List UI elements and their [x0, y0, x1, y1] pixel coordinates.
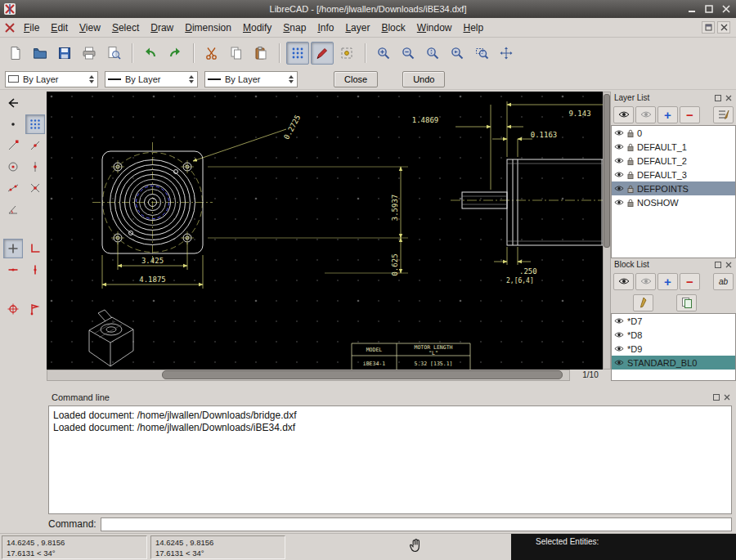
add-layer-button[interactable]: +	[657, 106, 678, 123]
zoom-previous-button[interactable]	[446, 42, 469, 65]
layer-row[interactable]: DEFAULT_1	[612, 140, 735, 154]
rename-block-button[interactable]: ab	[713, 273, 734, 290]
print-button[interactable]	[78, 42, 101, 65]
cut-button[interactable]	[200, 42, 223, 65]
block-visible-icon[interactable]	[614, 317, 624, 325]
menu-select[interactable]: Select	[106, 19, 145, 37]
menu-window[interactable]: Window	[411, 19, 458, 37]
line-type-combo[interactable]: By Layer	[204, 71, 298, 87]
block-row[interactable]: *D9	[612, 342, 735, 356]
snap-distance-button[interactable]	[3, 178, 23, 198]
pan-button[interactable]	[495, 42, 518, 65]
restrict-nothing-button[interactable]	[3, 239, 23, 258]
dock-float-icon[interactable]	[702, 21, 715, 34]
paste-button[interactable]	[249, 42, 272, 65]
show-all-blocks-button[interactable]	[613, 273, 634, 290]
back-button[interactable]	[3, 93, 23, 113]
close-panel-icon[interactable]	[725, 261, 733, 269]
layer-row[interactable]: 0	[612, 126, 735, 140]
menu-snap[interactable]: Snap	[277, 19, 312, 37]
snap-endpoint-button[interactable]	[3, 136, 23, 155]
vertical-scrollbar[interactable]	[603, 92, 611, 370]
layer-visible-icon[interactable]	[614, 185, 624, 192]
redo-button[interactable]	[164, 42, 186, 65]
menu-block[interactable]: Block	[375, 19, 411, 37]
grid-toggle-button[interactable]	[286, 42, 309, 65]
menu-draw[interactable]: Draw	[145, 19, 179, 37]
dock-close-icon[interactable]	[717, 21, 730, 34]
new-document-button[interactable]	[4, 42, 27, 65]
menu-view[interactable]: View	[74, 19, 106, 37]
command-input[interactable]	[101, 517, 732, 531]
entity-attributes-button[interactable]	[335, 42, 358, 65]
save-button[interactable]	[53, 42, 76, 65]
snap-on-entity-button[interactable]	[25, 136, 45, 155]
command-output[interactable]: Loaded document: /home/jlwallen/Download…	[48, 405, 732, 514]
block-row-selected[interactable]: STANDARD_BL0	[612, 356, 735, 370]
show-all-layers-button[interactable]	[613, 106, 634, 123]
remove-layer-button[interactable]: −	[680, 106, 700, 123]
menu-edit[interactable]: Edit	[45, 19, 74, 37]
block-visible-icon[interactable]	[614, 359, 624, 366]
open-file-button[interactable]	[29, 42, 52, 65]
remove-block-button[interactable]: −	[680, 273, 700, 290]
menu-layer[interactable]: Layer	[339, 19, 375, 37]
lock-icon[interactable]	[627, 185, 634, 193]
print-preview-button[interactable]	[102, 42, 125, 65]
close-button[interactable]	[720, 4, 732, 15]
layer-visible-icon[interactable]	[614, 157, 624, 164]
lock-relative-zero-button[interactable]	[3, 299, 23, 319]
edit-block-button[interactable]	[633, 294, 653, 311]
lock-icon[interactable]	[627, 157, 634, 165]
layer-row[interactable]: DEFAULT_3	[612, 168, 735, 181]
lock-icon[interactable]	[627, 129, 634, 137]
insert-block-button[interactable]	[676, 294, 697, 311]
layer-row-selected[interactable]: DEFPOINTS	[612, 181, 735, 195]
hide-all-layers-button[interactable]	[635, 106, 656, 123]
layer-visible-icon[interactable]	[614, 171, 624, 178]
spinner-arrows-icon[interactable]	[189, 75, 195, 83]
restrict-vertical-button[interactable]	[25, 260, 45, 280]
float-panel-icon[interactable]	[714, 94, 722, 102]
vertical-scrollbar-thumb[interactable]	[604, 94, 610, 248]
layer-visible-icon[interactable]	[614, 199, 624, 206]
float-panel-icon[interactable]	[714, 261, 722, 269]
layer-visible-icon[interactable]	[614, 129, 624, 137]
menu-help[interactable]: Help	[457, 19, 489, 37]
zoom-out-button[interactable]	[397, 42, 420, 65]
menu-dimension[interactable]: Dimension	[179, 19, 237, 37]
drawing-viewport[interactable]: 3.425 4.1875 3.5937 0.625 0.2725 1.4869 …	[47, 92, 603, 370]
titlebar[interactable]: LibreCAD - [/home/jlwallen/Downloads/iBE…	[0, 0, 736, 18]
block-row[interactable]: *D8	[612, 328, 735, 342]
float-panel-icon[interactable]	[712, 393, 720, 401]
maximize-button[interactable]	[702, 4, 715, 15]
horizontal-scrollbar[interactable]	[47, 370, 570, 381]
layer-row[interactable]: DEFAULT_2	[612, 154, 735, 168]
snap-angle-button[interactable]	[3, 199, 23, 219]
undo-button[interactable]	[139, 42, 162, 65]
block-visible-icon[interactable]	[614, 331, 624, 338]
minimize-button[interactable]	[685, 4, 698, 15]
lock-icon[interactable]	[627, 171, 634, 179]
snap-middle-button[interactable]	[25, 157, 45, 177]
line-width-combo[interactable]: By Layer	[105, 71, 198, 87]
add-block-button[interactable]: +	[657, 273, 678, 290]
snap-intersection-button[interactable]	[25, 178, 45, 198]
block-row[interactable]: *D7	[612, 314, 735, 328]
layer-visible-icon[interactable]	[614, 143, 624, 150]
block-visible-icon[interactable]	[614, 345, 624, 352]
layer-row[interactable]: NOSHOW	[612, 195, 735, 209]
close-panel-icon[interactable]	[723, 393, 731, 401]
menu-info[interactable]: Info	[312, 19, 339, 37]
horizontal-scrollbar-thumb[interactable]	[162, 370, 563, 379]
auto-zoom-button[interactable]	[421, 42, 444, 65]
set-relative-zero-button[interactable]	[25, 299, 45, 319]
modify-layer-button[interactable]	[713, 106, 734, 123]
snap-grid-button[interactable]	[25, 114, 45, 134]
lock-icon[interactable]	[627, 143, 634, 151]
color-combo[interactable]: By Layer	[5, 71, 98, 87]
restrict-horizontal-button[interactable]	[3, 260, 23, 280]
lock-icon[interactable]	[627, 199, 634, 207]
snap-center-button[interactable]	[3, 157, 23, 177]
draft-pen-button[interactable]	[311, 42, 334, 65]
